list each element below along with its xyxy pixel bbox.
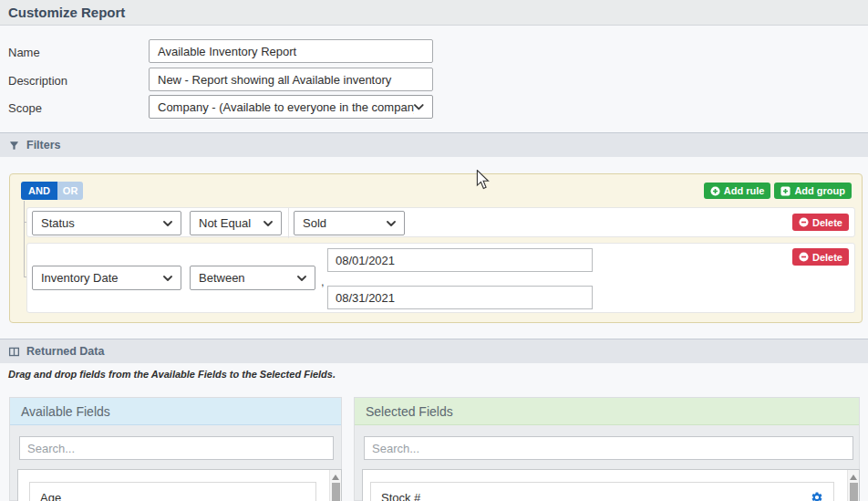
rule2-date-from-input[interactable] bbox=[327, 248, 593, 272]
available-fields-list: Age bbox=[17, 469, 342, 501]
filter-rule-inventory-date: Inventory Date Between , Delete bbox=[26, 243, 855, 313]
name-label: Name bbox=[8, 46, 40, 59]
filter-group: AND OR Add rule Add group Status Not Equ… bbox=[9, 173, 863, 323]
add-group-button[interactable]: Add group bbox=[774, 183, 852, 199]
tree-line-vertical bbox=[24, 201, 25, 277]
list-item-age[interactable]: Age bbox=[29, 482, 316, 501]
filters-section-header: Filters bbox=[0, 132, 868, 157]
list-item-stock-number[interactable]: Stock # bbox=[370, 482, 834, 501]
name-input[interactable] bbox=[149, 39, 433, 63]
rule1-delete-button[interactable]: Delete bbox=[792, 214, 849, 231]
rule2-operator-select[interactable]: Between bbox=[190, 266, 315, 290]
page-title: Customize Report bbox=[8, 5, 125, 20]
scope-select-value: Company - (Available to everyone in the … bbox=[158, 100, 414, 114]
rule1-operator-select[interactable]: Not Equal bbox=[190, 211, 282, 235]
available-fields-header: Available Fields bbox=[10, 398, 341, 425]
rule-divider bbox=[288, 208, 289, 238]
description-input[interactable] bbox=[149, 68, 433, 91]
rule1-field-select[interactable]: Status bbox=[32, 211, 181, 235]
scope-select[interactable]: Company - (Available to everyone in the … bbox=[149, 95, 433, 119]
minus-circle-icon bbox=[799, 252, 809, 262]
page-title-band: Customize Report bbox=[0, 0, 868, 26]
rule2-delete-button[interactable]: Delete bbox=[792, 248, 849, 266]
chevron-down-icon bbox=[297, 276, 306, 281]
funnel-icon bbox=[8, 140, 20, 151]
available-fields-search-input[interactable] bbox=[19, 436, 334, 460]
rule1-value-select[interactable]: Sold bbox=[294, 211, 405, 235]
scrollbar-thumb[interactable] bbox=[332, 483, 340, 501]
available-fields-scrollbar[interactable] bbox=[329, 470, 341, 501]
selected-fields-search-input[interactable] bbox=[364, 436, 853, 460]
and-button[interactable]: AND bbox=[21, 182, 57, 200]
field-settings-button[interactable] bbox=[811, 491, 823, 501]
plus-square-icon bbox=[780, 186, 790, 196]
date-range-separator: , bbox=[321, 275, 325, 288]
selected-fields-panel: Selected Fields Stock # bbox=[354, 397, 860, 501]
gear-icon bbox=[811, 491, 823, 501]
returned-data-section-title: Returned Data bbox=[26, 345, 104, 358]
plus-circle-icon bbox=[710, 186, 720, 196]
arrow-up-icon[interactable] bbox=[332, 475, 339, 480]
add-rule-button[interactable]: Add rule bbox=[704, 183, 771, 199]
columns-icon bbox=[8, 346, 20, 358]
chevron-down-icon bbox=[163, 221, 172, 226]
drag-drop-instruction: Drag and drop fields from the Available … bbox=[8, 369, 336, 380]
selected-fields-scrollbar[interactable] bbox=[847, 470, 859, 501]
scope-label: Scope bbox=[8, 101, 42, 115]
group-actions: Add rule Add group bbox=[704, 183, 852, 199]
chevron-down-icon bbox=[264, 221, 273, 226]
rule2-field-select[interactable]: Inventory Date bbox=[32, 266, 181, 290]
description-label: Description bbox=[8, 74, 67, 88]
rule2-date-to-input[interactable] bbox=[327, 286, 593, 309]
chevron-down-icon bbox=[387, 221, 396, 226]
filter-rule-status: Status Not Equal Sold Delete bbox=[26, 207, 855, 237]
chevron-down-icon bbox=[163, 276, 172, 281]
available-fields-panel: Available Fields Age bbox=[9, 397, 342, 501]
selected-fields-header: Selected Fields bbox=[355, 398, 859, 425]
or-button[interactable]: OR bbox=[57, 182, 84, 200]
selected-fields-list: Stock # bbox=[362, 469, 860, 501]
customize-report-page: Customize Report Name Description Scope … bbox=[0, 0, 868, 501]
minus-circle-icon bbox=[799, 217, 809, 227]
scrollbar-thumb[interactable] bbox=[850, 483, 858, 501]
arrow-up-icon[interactable] bbox=[850, 475, 857, 480]
logic-toggle: AND OR bbox=[21, 182, 83, 200]
chevron-down-icon bbox=[414, 104, 424, 110]
filters-section-title: Filters bbox=[26, 139, 61, 151]
returned-data-section-header: Returned Data bbox=[0, 339, 868, 363]
